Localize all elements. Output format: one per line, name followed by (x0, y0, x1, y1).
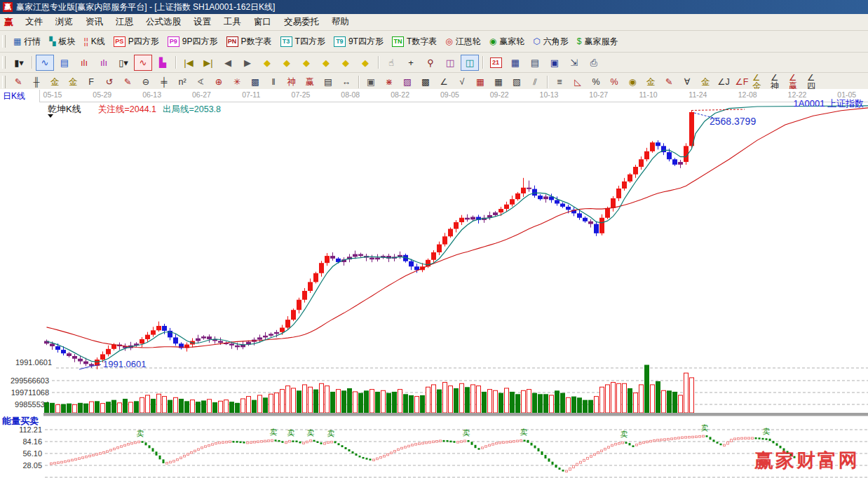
menu-item-文件[interactable]: 文件 (19, 15, 49, 29)
p-table-button[interactable]: PNP数字表 (222, 34, 276, 50)
pan-left-button[interactable]: ◆ (258, 55, 276, 71)
grid-lines-tool[interactable]: ╪ (156, 75, 172, 90)
angle-shen-tool[interactable]: ∠神 (770, 75, 787, 90)
prev-bar-button[interactable]: ◀ (219, 55, 237, 71)
bars-3-button[interactable]: ılı (75, 55, 93, 71)
gann-wheel-button[interactable]: ◎江恩轮 (441, 34, 484, 50)
percent-tool[interactable]: % (588, 75, 604, 90)
winner-wheel-button[interactable]: ◉赢家轮 (485, 34, 529, 50)
p-square-button[interactable]: PSP四方形 (109, 34, 163, 50)
hatch-tool[interactable]: ▧ (508, 75, 525, 90)
select-box-tool[interactable]: ▣ (362, 75, 379, 90)
grid-red-tool[interactable]: ▦ (472, 75, 489, 90)
brush-tool[interactable]: ✎ (119, 75, 136, 90)
draw-pen-tool[interactable]: ✎ (10, 75, 27, 90)
hexagon-button[interactable]: ⬡六角形 (529, 34, 572, 50)
web-box-tool[interactable]: ▩ (247, 75, 264, 90)
kline-style-dropdown[interactable]: ▮▾ (10, 55, 28, 71)
bars-9-button[interactable]: ılı (95, 55, 113, 71)
circle-lines-tool[interactable]: ⊖ (137, 75, 154, 90)
kline-button[interactable]: ¦¦K线 (80, 34, 109, 50)
fan-box-tool[interactable]: ▨ (399, 75, 416, 90)
winner-service-button[interactable]: $赢家服务 (573, 34, 623, 50)
kline-style-label[interactable]: 乾坤K线 (48, 104, 81, 114)
percent-red-tool[interactable]: % (606, 75, 623, 90)
percent-tri-tool[interactable]: ◺ (569, 75, 586, 90)
angle-win-tool[interactable]: ∠赢 (788, 75, 805, 90)
win-lines-tool[interactable]: 赢 (301, 75, 318, 90)
qiankun-kline-button[interactable]: ∿ (134, 55, 152, 71)
toolbar-grip[interactable] (2, 35, 6, 48)
ruler-tool[interactable]: ▤ (320, 75, 337, 90)
quotes-button[interactable]: ▦行情 (9, 34, 45, 50)
hand-tool-button[interactable]: ☝ (382, 55, 400, 71)
info-board-button[interactable]: ▤ (55, 55, 74, 71)
arc-tool[interactable]: ∀ (679, 75, 696, 90)
slash-tool[interactable]: ⫽ (527, 75, 543, 90)
zoom-tool-button[interactable]: ⚲ (421, 55, 440, 71)
menu-item-公式选股[interactable]: 公式选股 (140, 15, 187, 29)
t-table-button[interactable]: TNT数字表 (388, 34, 441, 50)
scale-tool[interactable]: ≡ (551, 75, 568, 90)
menu-item-设置[interactable]: 设置 (187, 15, 217, 29)
first-bar-button[interactable]: |◀ (179, 55, 198, 71)
circle-cross-tool[interactable]: ⊕ (210, 75, 227, 90)
crosshair-tool-button[interactable]: + (402, 55, 420, 71)
last-bar-button[interactable]: ▶| (199, 55, 217, 71)
volume-profile-button[interactable]: ▙ (154, 55, 172, 71)
chart-area[interactable]: 05-1505-2906-1306-2707-1107-2508-0808-22… (0, 89, 868, 478)
compress-all-button[interactable]: ◆ (356, 55, 374, 71)
compress-h-button[interactable]: ◆ (317, 55, 335, 71)
width-measure-tool[interactable]: ↔ (338, 75, 355, 90)
menu-item-江恩[interactable]: 江恩 (109, 15, 140, 29)
grid-dark-tool[interactable]: ▦ (490, 75, 507, 90)
expand-all-button[interactable]: ◆ (337, 55, 355, 71)
web-tool[interactable]: ✳ (229, 75, 245, 90)
teal-board-button[interactable]: ◫ (461, 55, 479, 71)
calculator-button[interactable]: ▦ (506, 55, 524, 71)
menu-item-交易委托[interactable]: 交易委托 (278, 15, 325, 29)
gold-lines2-tool[interactable]: 金 (65, 75, 81, 90)
menu-item-窗口[interactable]: 窗口 (247, 15, 278, 29)
gann-lines-tool[interactable]: ╫ (28, 75, 45, 90)
spiral-tool[interactable]: ↺ (101, 75, 118, 90)
angle-gold-tool[interactable]: ∠金 (752, 75, 768, 90)
net-box-tool[interactable]: ▩ (417, 75, 434, 90)
pen2-tool[interactable]: ✎ (660, 75, 677, 90)
angle-mirror-tool[interactable]: ∢ (192, 75, 209, 90)
toolbar-grip[interactable] (2, 56, 6, 69)
fibo-lines-tool[interactable]: F (83, 75, 100, 90)
gold-circle-tool[interactable]: ◉ (624, 75, 641, 90)
menu-item-帮助[interactable]: 帮助 (325, 15, 355, 29)
candle-type-dropdown[interactable]: ▯▾ (114, 55, 133, 71)
channel-tool[interactable]: ‖ (265, 75, 282, 90)
trend-chart-button[interactable]: ∿ (36, 55, 54, 71)
angle-line-tool[interactable]: ∠ (435, 75, 452, 90)
gold-under-tool[interactable]: 金 (697, 75, 714, 90)
next-bar-button[interactable]: ▶ (238, 55, 257, 71)
kline-chart-canvas[interactable]: 05-1505-2906-1306-2707-1107-2508-0808-22… (0, 89, 868, 478)
indicator-name-label[interactable]: 能量买卖 (2, 416, 39, 426)
print-button[interactable]: ⎙ (585, 55, 603, 71)
pane-separator[interactable] (43, 413, 868, 416)
angle-four-tool[interactable]: ∠四 (806, 75, 823, 90)
menu-item-资讯[interactable]: 资讯 (79, 15, 109, 29)
n-square-tool[interactable]: n² (174, 75, 191, 90)
export-button[interactable]: ⇲ (565, 55, 583, 71)
toolbar-grip[interactable] (2, 76, 6, 88)
angle-j-tool[interactable]: ∠J (715, 75, 732, 90)
fan-red-tool[interactable]: ⋇ (381, 75, 398, 90)
calendar-button[interactable]: 21 (487, 55, 505, 71)
angle-f-tool[interactable]: ∠F (733, 75, 750, 90)
menu-item-浏览[interactable]: 浏览 (49, 15, 79, 29)
9t-square-button[interactable]: T99T四方形 (330, 34, 388, 50)
save-button[interactable]: ▣ (545, 55, 564, 71)
pan-right-button[interactable]: ◆ (278, 55, 296, 71)
t-square-button[interactable]: T3T四方形 (276, 34, 330, 50)
notepad-button[interactable]: ▤ (526, 55, 544, 71)
expand-h-button[interactable]: ◆ (297, 55, 316, 71)
menu-item-工具[interactable]: 工具 (217, 15, 247, 29)
sectors-button[interactable]: ▚板块 (45, 34, 79, 50)
purple-board-button[interactable]: ◫ (441, 55, 459, 71)
gold-lines-tool[interactable]: 金 (46, 75, 63, 90)
